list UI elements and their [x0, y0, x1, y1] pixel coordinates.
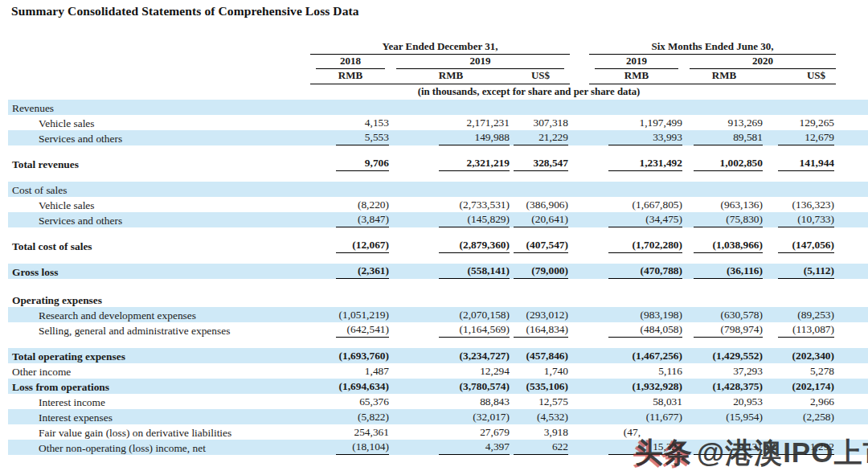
cell-fy2018-rmb — [310, 292, 391, 307]
cell-value: (407,547) — [514, 239, 568, 253]
table-row: Interest income65,37688,84312,57558,0312… — [8, 394, 868, 409]
row-label: Interest expenses — [8, 409, 310, 424]
row-label: Fair value gain (loss) on derivative lia… — [8, 424, 310, 440]
spacer-cell — [8, 171, 868, 182]
cell-fy2019-usd: 307,318 — [511, 115, 570, 130]
cell-value: (2,070,158) — [457, 309, 510, 322]
column-gap — [570, 440, 589, 455]
cell-value: 9,706 — [336, 157, 389, 171]
cell-fy2019-usd: (457,846) — [511, 348, 570, 363]
cell-fy2019-usd: (79,000) — [511, 264, 570, 279]
cell-fy2019-rmb: 27,679 — [391, 424, 511, 440]
cell-value: (4,532) — [534, 411, 568, 424]
cell-value: 913,269 — [724, 117, 763, 130]
cell-value: (11,677) — [643, 411, 682, 424]
column-group-row: Year Ended December 31, Six Months Ended… — [8, 40, 868, 55]
units-note: (in thousands, except for share and per … — [310, 84, 868, 100]
cell-h1-2020-rmb: (963,136) — [684, 197, 764, 212]
cell-h1-2020-usd: (10,733) — [764, 212, 868, 227]
table-row: Vehicle sales4,1532,171,231307,3181,197,… — [8, 115, 868, 130]
cell-fy2018-rmb: (1,693,760) — [310, 348, 391, 363]
cell-value: 4,397 — [439, 440, 510, 455]
cell-value: (20,641) — [514, 213, 568, 227]
cell-value: 1,002,850 — [694, 157, 763, 171]
cell-fy2018-rmb — [310, 100, 391, 115]
cell-value: 1,487 — [362, 365, 389, 379]
cell-fy2018-rmb: (12,067) — [310, 238, 391, 253]
row-label: Research and development expenses — [8, 307, 310, 322]
cell-fy2019-usd: (535,106) — [511, 379, 570, 394]
section-row: Cost of sales — [8, 182, 868, 197]
cell-value: 1,197,499 — [636, 117, 682, 130]
cell-value: (2,879,360) — [439, 239, 510, 253]
cell-value: (5,822) — [354, 411, 389, 424]
cell-h1-2020-usd: 129,265 — [764, 115, 868, 130]
cell-fy2019-usd — [511, 292, 570, 307]
cell-h1-2020-usd: 2,966 — [764, 394, 868, 409]
cell-fy2019-rmb — [391, 100, 511, 115]
cell-value: (1,667,805) — [629, 199, 682, 212]
column-gap — [570, 379, 589, 394]
watermark-handle: @港澳IPO上市 — [697, 436, 868, 468]
column-gap — [570, 348, 589, 363]
cell-fy2019-rmb: 2,171,231 — [391, 115, 511, 130]
cell-fy2019-rmb: (3,780,574) — [391, 379, 511, 394]
col-group-year-ended: Year Ended December 31, — [310, 40, 570, 55]
col-group-six-months-label: Six Months Ended June 30, — [589, 40, 836, 55]
cell-value: (3,847) — [336, 213, 389, 227]
cell-fy2018-rmb: (2,361) — [310, 264, 391, 279]
section-row: Operating expenses — [8, 292, 868, 307]
column-gap — [570, 292, 589, 307]
cell-h1-2019-rmb: 5,116 — [589, 363, 684, 379]
table-row: Loss from operations(1,694,634)(3,780,57… — [8, 379, 868, 394]
spacer-row — [8, 253, 868, 264]
cell-value: (642,541) — [336, 323, 389, 338]
cell-value: 33,993 — [608, 131, 682, 145]
watermark: 头条@港澳IPO上市 — [635, 434, 868, 471]
cell-value: (1,693,760) — [336, 350, 389, 363]
cell-value: 1,231,492 — [608, 157, 682, 171]
watermark-toutiao-logo: 头条 — [635, 436, 693, 468]
cell-value: 2,171,231 — [463, 117, 510, 130]
cell-fy2018-rmb: (3,847) — [310, 212, 391, 227]
cell-value: (89,253) — [794, 309, 834, 322]
cell-fy2018-rmb: 9,706 — [310, 156, 391, 171]
cell-fy2019-rmb: (1,164,569) — [391, 322, 511, 338]
cell-h1-2019-rmb — [589, 182, 684, 197]
cell-value: (1,932,928) — [629, 380, 682, 394]
cell-h1-2019-rmb: (470,788) — [589, 264, 684, 279]
cell-value: 5,553 — [336, 131, 389, 145]
cell-fy2019-usd: (164,834) — [511, 322, 570, 338]
cell-fy2019-usd: (293,012) — [511, 307, 570, 322]
cell-value: (1,702,280) — [608, 239, 682, 253]
cell-value: (1,467,256) — [629, 350, 682, 363]
column-gap — [570, 69, 589, 82]
row-label: Services and others — [8, 130, 310, 145]
cell-h1-2020-rmb: (15,954) — [684, 409, 764, 424]
cell-value: 12,575 — [535, 395, 568, 409]
cell-value: (202,174) — [789, 380, 834, 394]
cell-value: (113,087) — [778, 323, 834, 338]
page-title: Summary Consolidated Statements of Compr… — [11, 4, 868, 18]
cell-fy2019-usd: (4,532) — [511, 409, 570, 424]
column-gap — [570, 238, 589, 253]
cell-value: (1,428,375) — [710, 380, 763, 394]
table-body: RevenuesVehicle sales4,1532,171,231307,3… — [8, 100, 868, 455]
table-row: Vehicle sales(8,220)(2,733,531)(386,906)… — [8, 197, 868, 212]
cell-value: (1,051,219) — [336, 309, 389, 322]
cell-h1-2020-usd: (202,174) — [764, 379, 868, 394]
table-row: Selling, general and administrative expe… — [8, 322, 868, 338]
row-label: Services and others — [8, 212, 310, 227]
cell-value: (983,198) — [637, 309, 682, 322]
cell-value: 307,318 — [530, 117, 568, 130]
cell-h1-2020-usd: (136,323) — [764, 197, 868, 212]
currency-header-row: RMB RMB US$ RMB RMB US$ — [8, 69, 868, 82]
cell-fy2019-usd: 328,547 — [511, 156, 570, 171]
cell-value: 12,294 — [477, 365, 510, 379]
cell-value: 2,321,219 — [439, 157, 510, 171]
cell-value: 141,944 — [778, 157, 834, 171]
cell-fy2019-rmb: (2,070,158) — [391, 307, 511, 322]
cell-value: 254,361 — [350, 426, 389, 440]
row-label: Operating expenses — [8, 292, 310, 307]
cell-h1-2020-usd — [764, 182, 868, 197]
